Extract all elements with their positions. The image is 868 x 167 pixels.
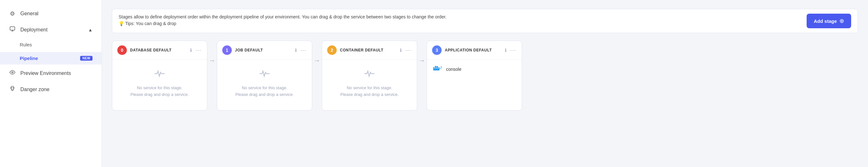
info-icon-1[interactable]: ℹ — [295, 47, 297, 53]
arrow-1-2: → — [312, 41, 322, 65]
stage-wrapper-3: 3 APPLICATION DEFAULT ℹ ··· — [427, 41, 522, 110]
svg-point-2 — [11, 88, 12, 88]
stage-header-1: 1 JOB DEFAULT ℹ ··· — [217, 41, 312, 60]
svg-rect-6 — [437, 67, 438, 69]
stage-header-3: 3 APPLICATION DEFAULT ℹ ··· — [427, 41, 522, 60]
svg-rect-9 — [437, 66, 438, 67]
info-icon-3[interactable]: ℹ — [505, 47, 506, 53]
service-name-console: console — [446, 67, 461, 72]
stage-title-3: APPLICATION DEFAULT — [445, 48, 502, 53]
stage-badge-2: 2 — [327, 45, 337, 55]
chevron-up-icon: ▲ — [88, 27, 93, 32]
info-icon-0[interactable]: ℹ — [190, 47, 192, 53]
svg-rect-10 — [433, 69, 439, 70]
sidebar-item-label: General — [20, 11, 38, 16]
sidebar-submenu-label: Rules — [20, 42, 32, 47]
dots-menu-0[interactable]: ··· — [195, 47, 202, 54]
stage-wrapper-0: 0 DATABASE DEFAULT ℹ ··· No service for … — [112, 41, 207, 110]
stage-title-2: CONTAINER DEFAULT — [340, 48, 397, 53]
stage-body-1: No service for this stage. Please drag a… — [217, 60, 312, 107]
stage-title-0: DATABASE DEFAULT — [130, 48, 187, 53]
svg-rect-5 — [435, 67, 436, 69]
sidebar-item-preview-environments[interactable]: Preview Environments — [0, 66, 101, 81]
empty-text-1: No service for this stage. Please drag a… — [235, 85, 294, 98]
stage-card-container-default: 2 CONTAINER DEFAULT ℹ ··· No service for… — [322, 41, 417, 110]
stage-body-0: No service for this stage. Please drag a… — [112, 60, 207, 107]
arrow-0-1: → — [207, 41, 217, 65]
stage-badge-0: 0 — [117, 45, 127, 55]
svg-point-11 — [441, 67, 442, 68]
eye-icon — [9, 70, 16, 77]
info-tip: 💡 Tips: You can drag & drop — [119, 20, 446, 27]
svg-point-3 — [13, 88, 14, 88]
sidebar-item-label: Preview Environments — [20, 70, 71, 76]
gear-icon: ⚙ — [9, 10, 16, 17]
empty-text-2: No service for this stage. Please drag a… — [340, 85, 399, 98]
stage-card-job-default: 1 JOB DEFAULT ℹ ··· No service for this … — [217, 41, 312, 110]
stage-header-0: 0 DATABASE DEFAULT ℹ ··· — [112, 41, 207, 60]
plus-icon: ⊕ — [839, 18, 844, 25]
sidebar-item-danger-zone[interactable]: Danger zone — [0, 82, 101, 97]
stage-card-application-default: 3 APPLICATION DEFAULT ℹ ··· — [427, 41, 522, 110]
info-icon-2[interactable]: ℹ — [400, 47, 402, 53]
svg-rect-0 — [10, 27, 15, 30]
stage-badge-3: 3 — [432, 45, 442, 55]
main-content: Stages allow to define deployment order … — [102, 0, 868, 167]
service-item-console[interactable]: console — [427, 60, 522, 79]
info-description: Stages allow to define deployment order … — [119, 14, 446, 20]
stage-wrapper-2: 2 CONTAINER DEFAULT ℹ ··· No service for… — [322, 41, 417, 110]
add-stage-button[interactable]: Add stage ⊕ — [807, 14, 851, 28]
info-bar: Stages allow to define deployment order … — [112, 9, 858, 33]
svg-rect-7 — [438, 67, 439, 69]
sidebar-submenu-label: Pipeline — [20, 56, 38, 61]
sidebar-item-pipeline[interactable]: Pipeline NEW — [0, 52, 101, 64]
stage-badge-1: 1 — [222, 45, 232, 55]
sidebar-item-rules[interactable]: Rules — [0, 38, 101, 51]
sidebar-item-label: Danger zone — [20, 87, 50, 92]
stage-card-database-default: 0 DATABASE DEFAULT ℹ ··· No service for … — [112, 41, 207, 110]
svg-rect-8 — [435, 66, 436, 67]
docker-icon — [432, 64, 442, 75]
sidebar-item-label: Deployment — [20, 27, 48, 33]
svg-rect-4 — [433, 67, 434, 69]
sidebar-item-general[interactable]: ⚙ General — [0, 6, 101, 21]
stage-header-2: 2 CONTAINER DEFAULT ℹ ··· — [322, 41, 417, 60]
stage-title-1: JOB DEFAULT — [235, 48, 292, 53]
sidebar: ⚙ General Deployment ▲ Rules Pipeline NE… — [0, 0, 102, 167]
dots-menu-2[interactable]: ··· — [405, 47, 412, 54]
deployment-icon — [9, 26, 16, 33]
info-bar-text-group: Stages allow to define deployment order … — [119, 14, 446, 27]
stage-body-2: No service for this stage. Please drag a… — [322, 60, 417, 107]
deployment-group: Deployment — [9, 26, 48, 33]
dots-menu-3[interactable]: ··· — [510, 47, 517, 54]
activity-icon-1 — [259, 69, 270, 80]
skull-icon — [9, 86, 16, 93]
add-stage-label: Add stage — [814, 19, 837, 24]
stages-row: 0 DATABASE DEFAULT ℹ ··· No service for … — [112, 41, 858, 110]
activity-icon-0 — [155, 69, 165, 80]
arrow-2-3: → — [417, 41, 427, 65]
activity-icon-2 — [364, 69, 375, 80]
svg-point-1 — [12, 72, 13, 73]
dots-menu-1[interactable]: ··· — [300, 47, 307, 54]
new-badge: NEW — [80, 56, 93, 61]
stage-wrapper-1: 1 JOB DEFAULT ℹ ··· No service for this … — [217, 41, 312, 110]
empty-text-0: No service for this stage. Please drag a… — [130, 85, 189, 98]
sidebar-item-deployment[interactable]: Deployment ▲ — [0, 22, 101, 37]
